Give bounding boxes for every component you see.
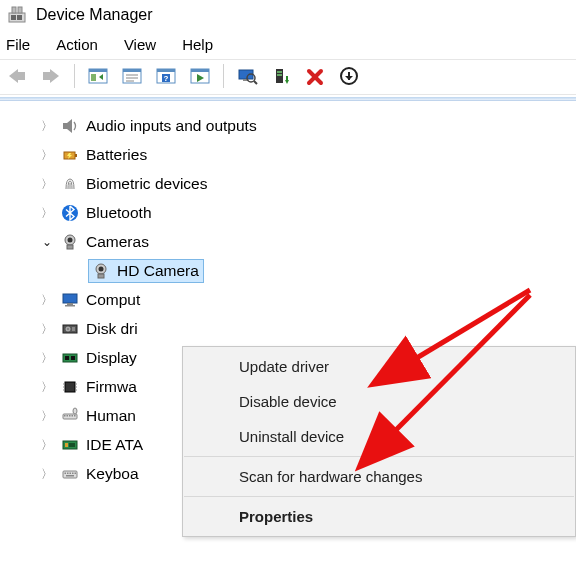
tree-item-label: Human <box>86 408 136 424</box>
menu-file[interactable]: File <box>6 36 30 53</box>
chip-icon <box>60 377 80 397</box>
svg-rect-53 <box>67 303 73 305</box>
show-hide-console-tree-button[interactable] <box>83 62 113 90</box>
speaker-icon <box>60 116 80 136</box>
svg-rect-85 <box>66 475 74 477</box>
disk-drive-icon <box>60 319 80 339</box>
chevron-right-icon: 〉 <box>40 468 54 480</box>
svg-rect-1 <box>11 15 16 20</box>
svg-rect-80 <box>65 472 67 474</box>
keyboard-icon <box>60 464 80 484</box>
help-button[interactable]: ? <box>151 62 181 90</box>
chevron-right-icon: 〉 <box>40 207 54 219</box>
chevron-right-icon: 〉 <box>40 294 54 306</box>
forward-button[interactable] <box>36 62 66 90</box>
window-title: Device Manager <box>36 6 153 24</box>
menu-separator <box>184 456 574 457</box>
chevron-right-icon: 〉 <box>40 352 54 364</box>
tree-item-biometric[interactable]: 〉 Biometric devices <box>40 169 576 198</box>
disable-device-button[interactable] <box>334 62 364 90</box>
svg-point-50 <box>99 266 104 271</box>
svg-rect-54 <box>65 305 75 307</box>
menu-help[interactable]: Help <box>182 36 213 53</box>
svg-rect-58 <box>72 327 75 331</box>
svg-rect-14 <box>123 69 141 72</box>
tree-item-label: Audio inputs and outputs <box>86 118 257 134</box>
svg-point-75 <box>73 408 77 414</box>
svg-rect-48 <box>67 245 73 249</box>
svg-rect-30 <box>277 71 282 73</box>
menu-action[interactable]: Action <box>56 36 98 53</box>
svg-marker-39 <box>345 76 353 80</box>
scan-hardware-button[interactable] <box>232 62 262 90</box>
tree-item-label: HD Camera <box>117 263 199 279</box>
menubar: File Action View Help <box>0 32 576 59</box>
tree-item-batteries[interactable]: 〉 Batteries <box>40 140 576 169</box>
svg-rect-78 <box>69 443 75 447</box>
svg-marker-12 <box>99 74 103 80</box>
monitor-icon <box>60 290 80 310</box>
svg-rect-52 <box>63 294 77 303</box>
back-button[interactable] <box>2 62 32 90</box>
svg-text:?: ? <box>164 74 169 83</box>
svg-marker-7 <box>50 69 59 83</box>
properties-button[interactable] <box>117 62 147 90</box>
svg-rect-4 <box>18 7 22 13</box>
toolbar-separator <box>223 64 224 88</box>
svg-rect-11 <box>91 74 96 81</box>
svg-rect-31 <box>277 74 282 76</box>
tree-item-label: Display <box>86 350 137 366</box>
chevron-right-icon: 〉 <box>40 381 54 393</box>
tree-item-cameras[interactable]: ⌄ Cameras <box>40 227 576 256</box>
fingerprint-icon <box>60 174 80 194</box>
tree-item-label: Batteries <box>86 147 147 163</box>
svg-rect-71 <box>67 415 69 417</box>
svg-marker-5 <box>9 69 18 83</box>
camera-icon <box>60 232 80 252</box>
chevron-down-icon: ⌄ <box>40 236 54 248</box>
bluetooth-icon <box>60 203 80 223</box>
svg-marker-32 <box>285 80 289 84</box>
tree-item-audio[interactable]: 〉 Audio inputs and outputs <box>40 111 576 140</box>
menu-update-driver[interactable]: Update driver <box>183 349 575 384</box>
chevron-right-icon: 〉 <box>40 149 54 161</box>
svg-rect-77 <box>65 443 68 447</box>
menu-scan-hardware[interactable]: Scan for hardware changes <box>183 459 575 494</box>
tree-item-label: IDE ATA <box>86 437 143 453</box>
chevron-right-icon: 〉 <box>40 178 54 190</box>
menu-separator <box>184 496 574 497</box>
chevron-right-icon: 〉 <box>40 410 54 422</box>
svg-rect-19 <box>157 69 175 72</box>
svg-rect-74 <box>74 415 76 417</box>
svg-rect-60 <box>65 356 69 360</box>
menu-view[interactable]: View <box>124 36 156 53</box>
svg-rect-2 <box>17 15 22 20</box>
svg-rect-82 <box>70 472 72 474</box>
svg-rect-40 <box>63 123 67 129</box>
svg-rect-83 <box>72 472 74 474</box>
menu-uninstall-device[interactable]: Uninstall device <box>183 419 575 454</box>
svg-rect-70 <box>64 415 66 417</box>
svg-rect-3 <box>12 7 16 13</box>
tree-item-label: Cameras <box>86 234 149 250</box>
battery-icon <box>60 145 80 165</box>
uninstall-device-button[interactable] <box>300 62 330 90</box>
tree-item-disk-drives[interactable]: 〉 Disk dri <box>40 314 576 343</box>
svg-point-57 <box>67 328 69 330</box>
hid-icon <box>60 406 80 426</box>
menu-disable-device[interactable]: Disable device <box>183 384 575 419</box>
toolbar-separator <box>74 64 75 88</box>
svg-rect-81 <box>67 472 69 474</box>
svg-marker-24 <box>197 74 204 82</box>
tree-item-label: Bluetooth <box>86 205 152 221</box>
tree-item-hd-camera[interactable]: HD Camera <box>40 256 576 285</box>
toolbar: ? <box>0 59 576 95</box>
action-menu-button[interactable] <box>185 62 215 90</box>
tree-item-computer[interactable]: 〉 Comput <box>40 285 576 314</box>
update-driver-button[interactable] <box>266 62 296 90</box>
chevron-right-icon: 〉 <box>40 439 54 451</box>
menu-properties[interactable]: Properties <box>183 499 575 534</box>
svg-rect-73 <box>72 415 74 417</box>
tree-item-bluetooth[interactable]: 〉 Bluetooth <box>40 198 576 227</box>
svg-rect-79 <box>63 471 77 478</box>
